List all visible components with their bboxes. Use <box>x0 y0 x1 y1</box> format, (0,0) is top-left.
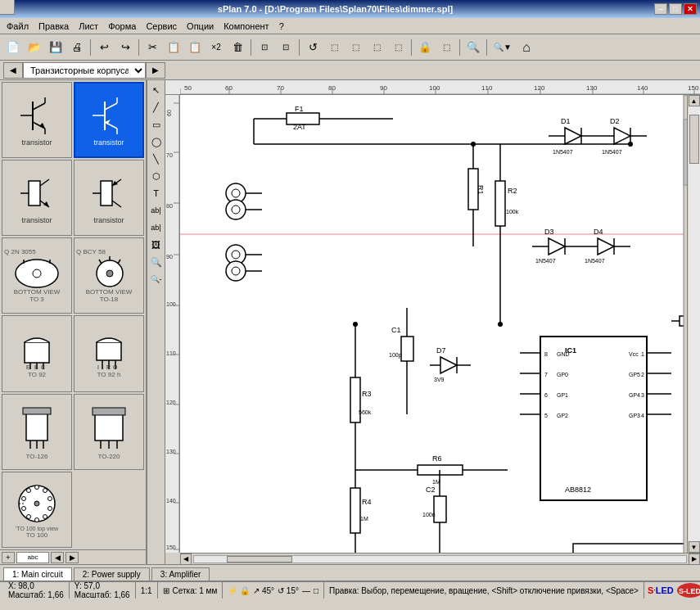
zoom-out-tool[interactable]: 🔍- <box>148 271 165 287</box>
menu-item-[interactable]: Лист <box>74 20 103 33</box>
tab-power-supply[interactable]: 2: Power supply <box>74 567 150 581</box>
component-item-to18[interactable]: Q BCY 58 BOTTOM VIEW TO-18 <box>74 237 144 314</box>
align-button[interactable]: ⬚ <box>367 38 386 57</box>
cut-button[interactable]: ✂ <box>142 38 162 57</box>
svg-text:GND: GND <box>557 351 570 357</box>
menu-item-[interactable]: Компонент <box>219 20 273 33</box>
svg-marker-151 <box>549 238 565 255</box>
svg-rect-14 <box>29 181 40 206</box>
scroll-thumb-v[interactable] <box>689 115 699 164</box>
comp-sublabel-to220: TO-220 <box>98 453 120 460</box>
horizontal-scrollbar[interactable]: ◀ ▶ <box>180 553 700 564</box>
multiply-button[interactable]: ×2 <box>206 38 226 57</box>
scroll-left-button[interactable]: ◀ <box>180 554 192 565</box>
component-item-to3[interactable]: Q 2N 3055 BOTTOM VIEW TO 3 <box>2 237 72 314</box>
text-tool[interactable]: T <box>148 185 165 201</box>
scroll-thumb-h[interactable] <box>227 556 292 563</box>
menu-item-[interactable]: Опции <box>182 20 219 33</box>
copy-button[interactable]: 📋 <box>164 38 183 57</box>
comp-prev-button[interactable]: ◀ <box>3 62 23 79</box>
menu-item-[interactable]: Форма <box>103 20 141 33</box>
separator-6 <box>459 39 460 56</box>
svg-line-32 <box>118 260 120 264</box>
scroll-track-v[interactable] <box>689 106 700 541</box>
scroll-track-h[interactable] <box>193 555 687 563</box>
component-item-transistor-npn2[interactable]: transistor <box>2 160 72 236</box>
tab-amplifier[interactable]: 3: Amplifier <box>151 567 210 581</box>
menu-item-[interactable]: Правка <box>34 20 74 33</box>
distribute-button[interactable]: ⬚ <box>388 38 408 57</box>
zoom-dropdown[interactable]: 🔍▼ <box>490 38 515 57</box>
svg-text:70: 70 <box>166 152 173 158</box>
line-tool[interactable]: ╲ <box>148 151 165 167</box>
svg-text:4: 4 <box>641 413 644 418</box>
menu-item-[interactable]: Сервис <box>141 20 182 33</box>
comp-next-button[interactable]: ▶ <box>146 62 165 79</box>
minimize-button[interactable]: ─ <box>654 3 667 15</box>
menu-item-[interactable]: Файл <box>2 20 34 33</box>
rotate-button[interactable]: ↺ <box>303 38 323 57</box>
panel-left-button[interactable]: ◀ <box>51 552 64 563</box>
component-item-to220[interactable]: TO-220 <box>74 394 144 470</box>
open-button[interactable]: 📂 <box>25 38 44 57</box>
component-item-to92[interactable]: E B C TO 92 <box>2 315 72 391</box>
transistor-npn1-symbol <box>16 93 57 138</box>
close-button[interactable]: ✕ <box>684 3 697 15</box>
canvas-h-area: 60 70 80 90 100 110 120 130 140 150 <box>165 95 700 553</box>
component-category-dropdown[interactable]: Транзисторные корпуса <box>23 62 146 79</box>
svg-text:modifications: modifications <box>588 550 650 553</box>
maximize-button[interactable]: □ <box>669 3 682 15</box>
component-item-transistor-pnp1[interactable]: transistor <box>74 82 144 158</box>
ellipse-tool[interactable]: ◯ <box>148 133 165 150</box>
svg-line-23 <box>112 201 121 207</box>
vertical-scrollbar[interactable]: ▲ ▼ <box>687 95 700 553</box>
scroll-right-button[interactable]: ▶ <box>689 554 700 565</box>
snap-button[interactable]: ⬚ <box>436 38 456 57</box>
paste-button[interactable]: 📋 <box>185 38 205 57</box>
print-button[interactable]: 🖨 <box>67 38 87 57</box>
mirror-v-button[interactable]: ⬚ <box>345 38 365 57</box>
new-button[interactable]: 📄 <box>3 38 23 57</box>
panel-add-button[interactable]: + <box>2 552 15 563</box>
main-area: transistor transistor <box>0 80 700 564</box>
menu-item-[interactable]: ? <box>274 20 289 33</box>
svg-rect-172 <box>401 337 413 361</box>
panel-right-button[interactable]: ▶ <box>65 552 79 563</box>
schematic-canvas[interactable]: F1 2AT D1 1N5407 <box>180 95 687 553</box>
image-tool[interactable]: 🖼 <box>148 237 165 253</box>
svg-text:80: 80 <box>166 203 173 209</box>
component-item-transistor-npn1[interactable]: transistor <box>2 82 72 158</box>
lock-button[interactable]: 🔒 <box>415 38 435 57</box>
component-item-to92h[interactable]: I R O TO 92 h <box>74 315 144 391</box>
mirror-h-button[interactable]: ⬚ <box>324 38 344 57</box>
polygon-tool[interactable]: ⬡ <box>148 168 165 184</box>
component-item-transistor-pnp2[interactable]: transistor <box>74 160 144 236</box>
panel-search-box[interactable]: abc <box>16 552 49 563</box>
zoom-fit-button[interactable]: ⌂ <box>517 38 536 57</box>
tab-main-circuit[interactable]: 1: Main circuit <box>3 567 72 581</box>
svg-text:D7: D7 <box>436 346 446 355</box>
scroll-down-button[interactable]: ▼ <box>689 541 700 553</box>
delete-button[interactable]: 🗑 <box>228 38 247 57</box>
svg-point-149 <box>232 267 240 275</box>
titlebar-controls[interactable]: ─ □ ✕ <box>654 3 697 15</box>
scroll-up-button[interactable]: ▲ <box>689 95 700 106</box>
save-button[interactable]: 💾 <box>46 38 65 57</box>
component-item-to100[interactable]: 'TO 100 top view TO 100 <box>2 472 72 548</box>
wire-tool[interactable]: ╱ <box>148 99 165 115</box>
group-button[interactable]: ⊡ <box>276 38 296 57</box>
tabs-bar: 1: Main circuit 2: Power supply 3: Ampli… <box>0 564 700 581</box>
netname-tool[interactable]: ab| <box>148 219 165 236</box>
select-all-button[interactable]: ⊡ <box>255 38 274 57</box>
select-tool[interactable]: ↖ <box>148 82 165 98</box>
rect-tool[interactable]: ▭ <box>148 116 165 133</box>
label-tool[interactable]: ab| <box>148 202 165 219</box>
svg-point-143 <box>232 206 240 214</box>
search-button[interactable]: 🔍 <box>463 38 483 57</box>
comp-sublabel-to92: TO 92 <box>28 371 46 378</box>
zoom-in-tool[interactable]: 🔍 <box>148 254 165 270</box>
svg-text:100: 100 <box>429 84 440 92</box>
component-item-to126[interactable]: TO-126 <box>2 394 72 470</box>
undo-button[interactable]: ↩ <box>94 38 114 57</box>
redo-button[interactable]: ↪ <box>115 38 135 57</box>
